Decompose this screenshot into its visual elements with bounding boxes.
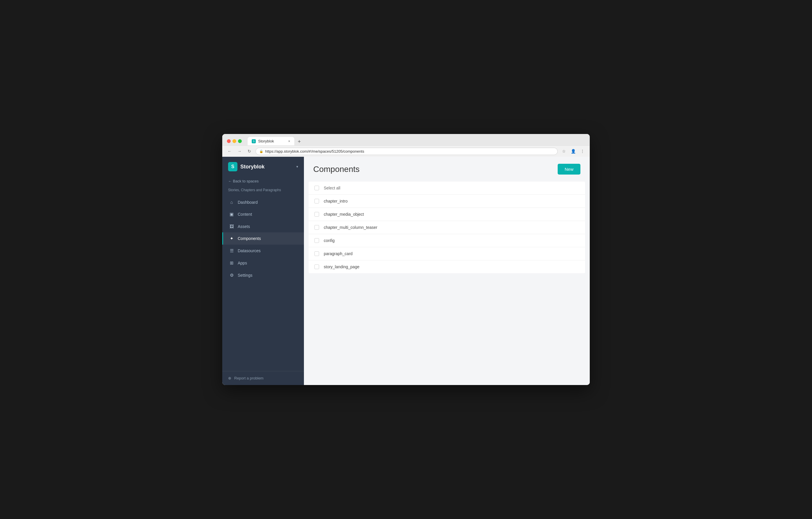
sidebar-item-assets[interactable]: 🖼 Assets (222, 220, 304, 233)
sidebar-footer: ⊕ Report a problem (222, 371, 304, 385)
select-all-row: Select all (309, 182, 585, 195)
component-name-0: chapter_intro (324, 199, 348, 203)
minimize-traffic-light[interactable] (232, 139, 236, 143)
component-checkbox-5[interactable] (314, 265, 319, 269)
sidebar-label-content: Content (238, 212, 252, 217)
forward-button[interactable]: → (236, 147, 243, 155)
components-icon: ✦ (229, 236, 234, 241)
component-checkbox-2[interactable] (314, 225, 319, 230)
browser-chrome: S Storyblok × + ← → ↻ 🔒 https://app.stor… (222, 134, 590, 157)
component-row[interactable]: paragraph_card (309, 247, 585, 261)
sidebar-item-dashboard[interactable]: ⌂ Dashboard (222, 196, 304, 208)
sidebar-item-apps[interactable]: ⊞ Apps (222, 257, 304, 269)
menu-button[interactable]: ⋮ (579, 147, 586, 155)
main-header: Components New (304, 157, 590, 182)
sidebar-label-dashboard: Dashboard (238, 200, 258, 204)
new-button[interactable]: New (558, 164, 580, 174)
component-row[interactable]: chapter_media_object (309, 208, 585, 221)
sidebar-item-content[interactable]: ▣ Content (222, 208, 304, 220)
select-all-checkbox[interactable] (314, 186, 319, 190)
component-checkbox-3[interactable] (314, 238, 319, 243)
active-tab[interactable]: S Storyblok × (248, 137, 294, 145)
report-label: Report a problem (234, 376, 263, 380)
report-icon: ⊕ (228, 376, 231, 380)
tab-title: Storyblok (258, 139, 274, 143)
sidebar-header: S Storyblok ▾ (222, 157, 304, 176)
component-name-1: chapter_media_object (324, 212, 364, 217)
new-tab-button[interactable]: + (295, 138, 303, 145)
back-button[interactable]: ← (226, 147, 233, 155)
component-row[interactable]: story_landing_page (309, 261, 585, 273)
back-to-spaces-button[interactable]: ← Back to spaces (222, 176, 304, 187)
sidebar-chevron-icon[interactable]: ▾ (296, 165, 298, 169)
report-problem-button[interactable]: ⊕ Report a problem (228, 376, 298, 380)
content-icon: ▣ (229, 212, 234, 217)
browser-window: S Storyblok × + ← → ↻ 🔒 https://app.stor… (222, 134, 590, 385)
component-checkbox-1[interactable] (314, 212, 319, 217)
sidebar-item-settings[interactable]: ⚙ Settings (222, 269, 304, 281)
traffic-lights (227, 139, 242, 143)
app-container: S Storyblok ▾ ← Back to spaces Stories, … (222, 157, 590, 385)
title-bar: S Storyblok × + (222, 134, 590, 145)
component-row[interactable]: chapter_multi_column_teaser (309, 221, 585, 234)
settings-icon: ⚙ (229, 273, 234, 278)
sidebar-label-assets: Assets (238, 224, 250, 229)
url-text: https://app.storyblok.com/#!/me/spaces/5… (265, 149, 364, 154)
address-bar[interactable]: 🔒 https://app.storyblok.com/#!/me/spaces… (256, 148, 558, 155)
assets-icon: 🖼 (229, 224, 234, 229)
components-list: Select all chapter_intro chapter_media_o… (309, 182, 585, 273)
component-name-2: chapter_multi_column_teaser (324, 225, 377, 230)
sidebar-item-datasources[interactable]: ☰ Datasources (222, 245, 304, 257)
dashboard-icon: ⌂ (229, 200, 234, 204)
sidebar-label-datasources: Datasources (238, 248, 261, 253)
brand-name: Storyblok (240, 164, 265, 170)
sidebar-label-settings: Settings (238, 273, 253, 278)
tab-favicon: S (252, 139, 256, 143)
bookmark-button[interactable]: ☆ (560, 147, 568, 155)
page-title: Components (313, 165, 359, 174)
main-content: Components New Select all chapter_intro … (304, 157, 590, 385)
apps-icon: ⊞ (229, 261, 234, 266)
lock-icon: 🔒 (259, 149, 263, 153)
space-name: Stories, Chapters and Paragraphs (222, 187, 304, 196)
sidebar-logo: S (228, 162, 237, 171)
tab-close-button[interactable]: × (288, 139, 290, 143)
browser-toolbar: ← → ↻ 🔒 https://app.storyblok.com/#!/me/… (222, 145, 590, 157)
maximize-traffic-light[interactable] (238, 139, 242, 143)
component-row[interactable]: chapter_intro (309, 195, 585, 208)
sidebar-label-components: Components (238, 236, 261, 241)
sidebar-label-apps: Apps (238, 261, 247, 265)
select-all-label: Select all (324, 186, 340, 190)
component-name-4: paragraph_card (324, 251, 353, 256)
datasources-icon: ☰ (229, 248, 234, 253)
sidebar-nav: ⌂ Dashboard ▣ Content 🖼 Assets ✦ Compone… (222, 196, 304, 371)
browser-tabs: S Storyblok × + (248, 137, 303, 145)
component-name-3: config (324, 238, 335, 243)
sidebar-item-components[interactable]: ✦ Components (222, 233, 304, 245)
profile-button[interactable]: 👤 (569, 147, 577, 155)
component-checkbox-4[interactable] (314, 251, 319, 256)
component-checkbox-0[interactable] (314, 199, 319, 203)
toolbar-actions: ☆ 👤 ⋮ (560, 147, 586, 155)
refresh-button[interactable]: ↻ (245, 147, 253, 155)
component-row[interactable]: config (309, 234, 585, 247)
close-traffic-light[interactable] (227, 139, 231, 143)
component-name-5: story_landing_page (324, 265, 359, 269)
sidebar: S Storyblok ▾ ← Back to spaces Stories, … (222, 157, 304, 385)
